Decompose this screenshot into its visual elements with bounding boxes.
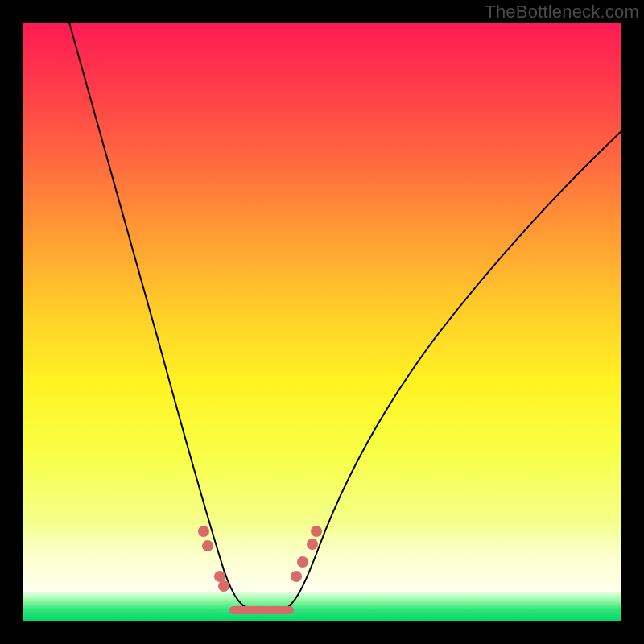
curve-right-branch [280, 131, 621, 612]
marker-dot [198, 526, 209, 537]
marker-dot [218, 580, 229, 592]
marker-dot [202, 540, 213, 551]
curve-left-branch [69, 23, 256, 612]
marker-dot [307, 539, 318, 550]
marker-dot [291, 571, 302, 582]
marker-dot [214, 571, 225, 582]
curve-markers [198, 526, 322, 592]
watermark-text: TheBottleneck.com [485, 2, 639, 23]
plot-area [23, 23, 621, 621]
curve-svg [23, 23, 621, 621]
chart-frame: TheBottleneck.com [0, 0, 644, 644]
marker-dot [311, 526, 322, 537]
marker-dot [297, 556, 308, 568]
